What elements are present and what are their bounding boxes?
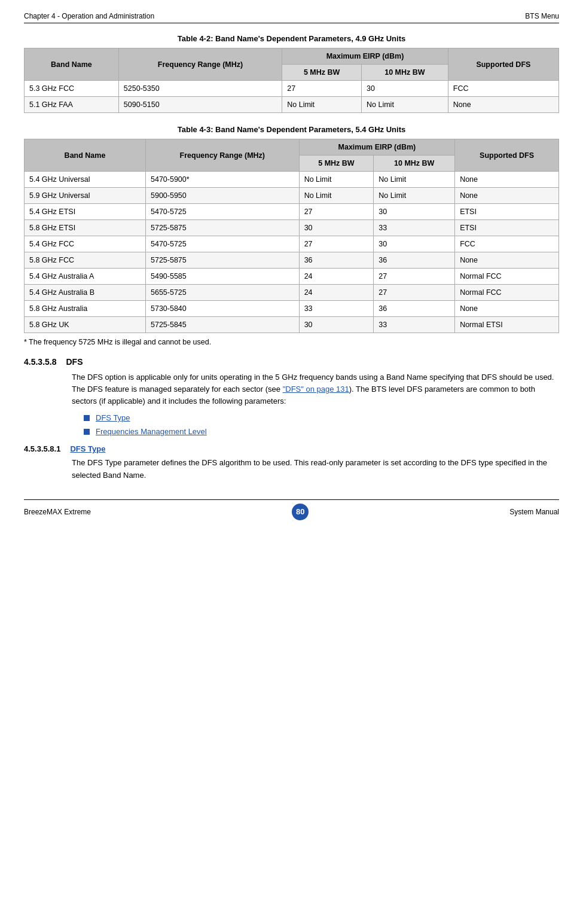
col-10mhz-42: 10 MHz BW xyxy=(362,65,448,81)
cell-dfs: Normal FCC xyxy=(455,285,559,301)
cell-bw5: 24 xyxy=(299,285,374,301)
cell-dfs: ETSI xyxy=(455,204,559,220)
header-right: BTS Menu xyxy=(525,12,559,20)
footer-page-number: 80 xyxy=(292,504,309,520)
cell-band: 5.3 GHz FCC xyxy=(25,81,119,97)
bullet-dfs-type: DFS Type xyxy=(84,413,559,422)
col-band-name-42: Band Name xyxy=(25,48,119,81)
cell-bw5: 24 xyxy=(299,269,374,285)
bullet-square-icon xyxy=(84,415,90,421)
cell-band: 5.9 GHz Universal xyxy=(25,188,146,204)
table-row: 5.8 GHz UK 5725-5845 30 33 Normal ETSI xyxy=(25,317,559,333)
section-458-body: The DFS option is applicable only for un… xyxy=(72,371,559,407)
cell-bw5: 33 xyxy=(299,301,374,317)
section-45381-num: 4.5.3.5.8.1 xyxy=(24,444,60,453)
cell-freq: 5655-5725 xyxy=(146,285,300,301)
table-row: 5.8 GHz FCC 5725-5875 36 36 None xyxy=(25,252,559,269)
bullet-dfs-type-text[interactable]: DFS Type xyxy=(96,413,130,422)
table-row: 5.4 GHz ETSI 5470-5725 27 30 ETSI xyxy=(25,204,559,220)
cell-dfs: FCC xyxy=(448,81,558,97)
cell-freq: 5090-5150 xyxy=(118,97,282,113)
cell-band: 5.4 GHz FCC xyxy=(25,236,146,252)
cell-dfs: None xyxy=(455,301,559,317)
table-row: 5.3 GHz FCC 5250-5350 27 30 FCC xyxy=(25,81,559,97)
cell-dfs: None xyxy=(455,172,559,188)
cell-bw5: 36 xyxy=(299,252,374,269)
cell-bw10: 36 xyxy=(374,301,455,317)
col-5mhz-43: 5 MHz BW xyxy=(299,155,374,172)
col-10mhz-43: 10 MHz BW xyxy=(374,155,455,172)
cell-bw5: No Limit xyxy=(282,97,362,113)
page-header: Chapter 4 - Operation and Administration… xyxy=(24,12,559,23)
col-max-eirp-42: Maximum EIRP (dBm) xyxy=(282,48,448,65)
cell-dfs: FCC xyxy=(455,236,559,252)
cell-band: 5.1 GHz FAA xyxy=(25,97,119,113)
cell-dfs: None xyxy=(455,252,559,269)
cell-bw10: 30 xyxy=(374,236,455,252)
section-458-num: 4.5.3.5.8 xyxy=(24,357,57,367)
cell-bw10: 30 xyxy=(362,81,448,97)
cell-band: 5.4 GHz Australia A xyxy=(25,269,146,285)
footer-left: BreezeMAX Extreme xyxy=(24,508,91,516)
footnote: * The frequency 5725 MHz is illegal and … xyxy=(24,338,559,346)
bullet-square-icon-2 xyxy=(84,429,90,435)
cell-band: 5.8 GHz FCC xyxy=(25,252,146,269)
cell-band: 5.8 GHz Australia xyxy=(25,301,146,317)
section-45381-heading: 4.5.3.5.8.1 DFS Type xyxy=(24,444,559,453)
cell-freq: 5730-5840 xyxy=(146,301,300,317)
cell-bw10: 30 xyxy=(374,204,455,220)
page-footer: BreezeMAX Extreme 80 System Manual xyxy=(24,499,559,520)
bullet-list-458: DFS Type Frequencies Management Level xyxy=(84,413,559,436)
cell-bw10: No Limit xyxy=(374,172,455,188)
col-max-eirp-43: Maximum EIRP (dBm) xyxy=(299,139,455,155)
cell-dfs: None xyxy=(455,188,559,204)
dfs-link[interactable]: "DFS" on page 131 xyxy=(283,385,349,394)
bullet-freq-mgmt: Frequencies Management Level xyxy=(84,427,559,436)
table-row: 5.8 GHz Australia 5730-5840 33 36 None xyxy=(25,301,559,317)
cell-freq: 5490-5585 xyxy=(146,269,300,285)
cell-dfs: ETSI xyxy=(455,220,559,236)
cell-freq: 5470-5725 xyxy=(146,236,300,252)
col-freq-range-43: Frequency Range (MHz) xyxy=(146,139,300,172)
cell-dfs: Normal FCC xyxy=(455,269,559,285)
cell-bw10: 33 xyxy=(374,220,455,236)
cell-bw5: 27 xyxy=(299,236,374,252)
table43-title: Table 4-3: Band Name's Dependent Paramet… xyxy=(24,125,559,134)
cell-band: 5.8 GHz UK xyxy=(25,317,146,333)
cell-bw10: 27 xyxy=(374,285,455,301)
cell-bw10: 33 xyxy=(374,317,455,333)
cell-bw5: No Limit xyxy=(299,188,374,204)
cell-bw5: 27 xyxy=(299,204,374,220)
section-45381-body: The DFS Type parameter defines the DFS a… xyxy=(72,457,559,481)
cell-bw5: 30 xyxy=(299,220,374,236)
cell-bw10: No Limit xyxy=(362,97,448,113)
col-freq-range-42: Frequency Range (MHz) xyxy=(118,48,282,81)
cell-band: 5.4 GHz Australia B xyxy=(25,285,146,301)
cell-freq: 5250-5350 xyxy=(118,81,282,97)
cell-bw10: 36 xyxy=(374,252,455,269)
cell-freq: 5725-5875 xyxy=(146,220,300,236)
table-row: 5.4 GHz Australia A 5490-5585 24 27 Norm… xyxy=(25,269,559,285)
table-row: 5.4 GHz FCC 5470-5725 27 30 FCC xyxy=(25,236,559,252)
table-row: 5.4 GHz Australia B 5655-5725 24 27 Norm… xyxy=(25,285,559,301)
table-row: 5.8 GHz ETSI 5725-5875 30 33 ETSI xyxy=(25,220,559,236)
cell-bw10: 27 xyxy=(374,269,455,285)
cell-freq: 5725-5875 xyxy=(146,252,300,269)
cell-freq: 5900-5950 xyxy=(146,188,300,204)
cell-band: 5.4 GHz Universal xyxy=(25,172,146,188)
col-band-name-43: Band Name xyxy=(25,139,146,172)
col-5mhz-42: 5 MHz BW xyxy=(282,65,362,81)
cell-bw5: 27 xyxy=(282,81,362,97)
table-row: 5.4 GHz Universal 5470-5900* No Limit No… xyxy=(25,172,559,188)
header-left: Chapter 4 - Operation and Administration xyxy=(24,12,154,20)
cell-bw5: 30 xyxy=(299,317,374,333)
table-43: Band Name Frequency Range (MHz) Maximum … xyxy=(24,139,559,333)
table-row: 5.1 GHz FAA 5090-5150 No Limit No Limit … xyxy=(25,97,559,113)
section-45381-title: DFS Type xyxy=(70,444,105,453)
cell-dfs: None xyxy=(448,97,558,113)
cell-bw10: No Limit xyxy=(374,188,455,204)
cell-freq: 5470-5900* xyxy=(146,172,300,188)
col-dfs-42: Supported DFS xyxy=(448,48,558,81)
cell-band: 5.4 GHz ETSI xyxy=(25,204,146,220)
bullet-freq-mgmt-text[interactable]: Frequencies Management Level xyxy=(96,427,207,436)
